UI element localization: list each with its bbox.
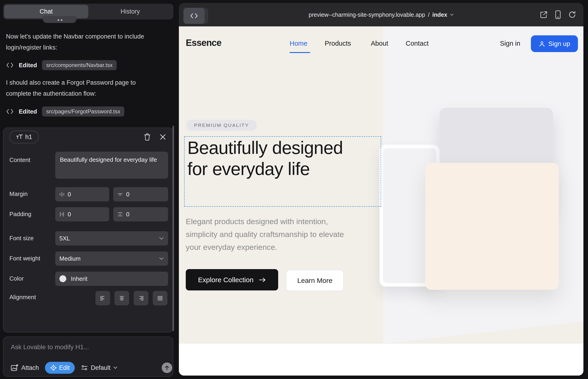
selected-element-chip[interactable]: h1 xyxy=(9,130,39,143)
code-icon xyxy=(6,109,14,114)
hero-diagonal-decoration xyxy=(383,321,583,344)
signin-link[interactable]: Sign in xyxy=(500,40,520,47)
chrome-actions xyxy=(540,3,576,26)
premium-badge: PREMIUM QUALITY xyxy=(186,120,257,131)
font-size-value: 5XL xyxy=(59,235,70,242)
content-label: Content xyxy=(9,157,30,164)
hero-heading[interactable]: Beautifully designed for everyday life xyxy=(187,137,353,179)
alignment-label: Alignment xyxy=(9,294,36,301)
close-icon xyxy=(160,134,166,140)
edit-label: Edit xyxy=(59,364,70,371)
site-logo[interactable]: Essence xyxy=(186,38,221,48)
lovable-app: Chat History Now let's update the Navbar… xyxy=(0,0,588,379)
file-chip[interactable]: src/components/Navbar.tsx xyxy=(42,60,117,70)
settings-sliders-icon xyxy=(81,364,88,371)
font-weight-value: Medium xyxy=(59,255,80,262)
padding-horizontal-icon xyxy=(59,211,64,217)
send-button[interactable] xyxy=(162,363,172,373)
explore-collection-button[interactable]: Explore Collection xyxy=(186,269,278,290)
arrow-up-icon xyxy=(164,365,170,371)
file-chip[interactable]: src/pages/ForgotPassword.tsx xyxy=(42,107,124,117)
preview-window: preview--charming-site-symphony.lovable.… xyxy=(179,3,583,376)
padding-horizontal-value: 0 xyxy=(68,211,71,218)
align-right-icon xyxy=(138,296,144,301)
selected-heading-outline: Beautifully designed for everyday life xyxy=(184,136,381,207)
attach-image-icon xyxy=(10,364,19,372)
edited-label: Edited xyxy=(19,62,37,69)
site-page: Essence Home Products About Contact Sign… xyxy=(179,26,583,376)
scrolled-out-chip[interactable] xyxy=(43,16,76,23)
signup-button[interactable]: Sign up xyxy=(531,35,578,52)
content-input[interactable]: Beautifully designed for everyday life xyxy=(55,152,168,179)
chat-scrollbar[interactable] xyxy=(172,126,174,331)
edit-mode-button[interactable]: Edit xyxy=(45,362,75,374)
align-right-button[interactable] xyxy=(134,291,148,305)
margin-vertical-input[interactable]: 0 xyxy=(113,187,168,201)
nav-link-home[interactable]: Home xyxy=(290,40,307,47)
chevron-down-icon xyxy=(159,237,164,240)
padding-horizontal-input[interactable]: 0 xyxy=(55,207,109,221)
hero-description: Elegant products designed with intention… xyxy=(186,215,344,253)
margin-horizontal-input[interactable]: 0 xyxy=(55,187,109,201)
padding-label: Padding xyxy=(9,211,31,218)
nav-link-about[interactable]: About xyxy=(371,40,388,47)
mode-label: Default xyxy=(91,364,110,371)
font-size-select[interactable]: 5XL xyxy=(55,231,168,245)
open-external-icon[interactable] xyxy=(540,11,548,19)
trash-icon xyxy=(144,133,151,141)
chat-composer: Attach Edit Default xyxy=(3,337,173,377)
mode-select[interactable]: Default xyxy=(81,364,117,371)
attach-button[interactable]: Attach xyxy=(10,364,39,372)
align-center-icon xyxy=(119,296,125,301)
font-size-label: Font size xyxy=(9,235,34,242)
padding-vertical-input[interactable]: 0 xyxy=(113,207,168,221)
margin-horizontal-icon xyxy=(59,191,64,197)
arrow-right-icon xyxy=(259,277,266,283)
tab-history[interactable]: History xyxy=(88,5,172,18)
nav-link-products[interactable]: Products xyxy=(325,40,351,47)
align-left-button[interactable] xyxy=(95,291,110,305)
mobile-view-icon[interactable] xyxy=(555,10,561,19)
font-weight-select[interactable]: Medium xyxy=(55,252,168,266)
composer-input[interactable] xyxy=(10,343,165,357)
attach-label: Attach xyxy=(21,364,39,371)
chat-history-tabbar: Chat History xyxy=(3,4,173,19)
color-value: Inherit xyxy=(71,275,87,283)
element-tag-label: h1 xyxy=(25,134,32,141)
nav-link-contact[interactable]: Contact xyxy=(406,40,429,47)
color-select[interactable]: Inherit xyxy=(55,272,168,286)
explore-collection-label: Explore Collection xyxy=(198,276,254,284)
refresh-icon[interactable] xyxy=(568,11,576,19)
align-center-button[interactable] xyxy=(114,291,129,305)
learn-more-button[interactable]: Learn More xyxy=(286,270,344,291)
view-toggle-group xyxy=(184,8,208,24)
chevron-down-icon xyxy=(159,257,164,260)
padding-vertical-value: 0 xyxy=(126,211,129,218)
delete-element-button[interactable] xyxy=(142,132,153,142)
dot xyxy=(58,19,59,21)
code-icon xyxy=(6,62,14,68)
color-swatch xyxy=(59,275,66,282)
chevron-down-icon xyxy=(450,14,454,16)
close-panel-button[interactable] xyxy=(157,132,168,142)
margin-horizontal-value: 0 xyxy=(68,191,71,198)
align-justify-icon xyxy=(157,296,163,301)
url-host: preview--charming-site-symphony.lovable.… xyxy=(309,12,425,18)
chevron-down-icon xyxy=(113,366,117,369)
url-page: index xyxy=(432,12,447,18)
align-justify-button[interactable] xyxy=(153,291,167,305)
signup-label: Sign up xyxy=(548,40,570,47)
font-weight-label: Font weight xyxy=(9,255,40,262)
align-left-icon xyxy=(100,296,106,301)
next-section xyxy=(179,344,583,376)
chat-message: I should also create a Forgot Password p… xyxy=(6,77,160,99)
url-bar[interactable]: preview--charming-site-symphony.lovable.… xyxy=(179,3,583,26)
margin-vertical-value: 0 xyxy=(126,191,129,198)
edited-file-row: Edited src/components/Navbar.tsx xyxy=(6,60,117,71)
margin-label: Margin xyxy=(9,190,28,198)
dot xyxy=(61,19,62,21)
code-view-button[interactable] xyxy=(184,8,204,24)
edited-label: Edited xyxy=(19,108,37,115)
url-separator: / xyxy=(428,12,430,18)
margin-vertical-icon xyxy=(117,192,123,197)
